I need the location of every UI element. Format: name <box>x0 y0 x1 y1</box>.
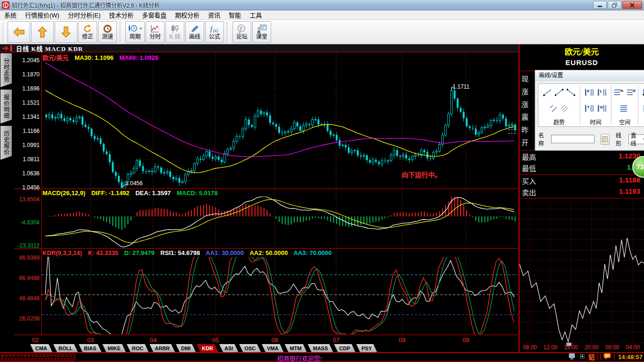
toolbar-arrow-up-button[interactable] <box>31 21 54 43</box>
trend-segment-icon[interactable] <box>554 88 564 97</box>
toolbar-drag-handle[interactable] <box>3 22 5 42</box>
alarm-icon[interactable] <box>578 353 586 362</box>
svg-text:66.9488: 66.9488 <box>19 275 40 281</box>
line-type-select[interactable]: 直线 <box>628 134 644 144</box>
gann-retracement-icon[interactable]: G <box>626 88 636 97</box>
svg-text:1.2045: 1.2045 <box>22 57 40 64</box>
indicator-tabs: CMABOLLBIASMIKEROCARBRDMIKDRASIOSCVMAMTM… <box>0 344 519 352</box>
toolbar-arrow-left-button[interactable] <box>8 21 30 43</box>
dialog-title[interactable]: 画线/设置 <box>535 70 644 81</box>
toolbar-arrow-down-button[interactable] <box>55 21 77 43</box>
svg-text:86.9369: 86.9369 <box>19 255 40 261</box>
legend-kdr-k: K: 43.3335 <box>88 249 118 256</box>
tab-cdp[interactable]: CDP <box>334 344 355 352</box>
close-button[interactable] <box>622 1 642 9</box>
chart-workspace: 日线 K线 MACD KDR 分时走势报价明细历史报价 1.20451.1870… <box>0 44 519 352</box>
tab-psy[interactable]: PSY <box>356 344 377 352</box>
tab-mass[interactable]: MASS <box>308 344 333 352</box>
toolbar-label: 论坛 <box>236 33 248 40</box>
tab-mtm[interactable]: MTM <box>285 344 307 352</box>
quote-value: 1.1193 <box>619 187 640 195</box>
legend-kdr-rsi: RSI1: 54.6798 <box>160 249 200 256</box>
toolbar-forum-button[interactable]: t论坛 <box>232 21 251 43</box>
time-cycle-icon[interactable]: T <box>584 104 594 113</box>
parallel-lines-icon[interactable] <box>549 104 558 113</box>
shape-name-input[interactable] <box>551 135 594 143</box>
percent-retracement-icon[interactable]: % <box>613 88 624 97</box>
dialog-tool-palette: 趋势 F L T G 时间 % G <box>538 83 644 127</box>
cmb-logo <box>1 354 74 361</box>
legend-macd-val: MACD: 5.0178 <box>177 189 218 197</box>
minimize-button[interactable] <box>593 1 607 9</box>
menu-item-5[interactable]: 多窗看盘 <box>138 10 171 20</box>
menu-item-9[interactable]: 工具 <box>245 10 266 20</box>
tab-asi[interactable]: ASI <box>219 344 238 352</box>
tab-dmi[interactable]: DMI <box>176 344 196 352</box>
high-annotation: 1.1711 <box>453 83 470 90</box>
tab-kdr[interactable]: KDR <box>197 344 218 352</box>
arrow-down-icon <box>60 26 72 38</box>
menu-item-3[interactable]: 分时分析(E) <box>64 10 105 20</box>
message-icon[interactable] <box>603 353 611 362</box>
trend-ray-icon[interactable] <box>543 88 552 97</box>
menu-item-8[interactable]: 智能 <box>224 10 245 20</box>
svg-text:12:00: 12:00 <box>544 344 558 351</box>
name-list-button[interactable] <box>601 134 610 145</box>
rectangle-tool-icon[interactable] <box>642 88 644 97</box>
svg-text:1.1166: 1.1166 <box>23 128 40 134</box>
tab-roc[interactable]: ROC <box>127 344 149 352</box>
tab-boll[interactable]: BOLL <box>53 344 78 352</box>
toolbar-period-button[interactable]: ▼周期 <box>125 21 145 43</box>
svg-text:08:00: 08:00 <box>523 344 537 351</box>
restore-button[interactable] <box>608 1 621 9</box>
monitor-icon[interactable] <box>568 353 576 362</box>
gann-time-icon[interactable]: G <box>597 104 607 113</box>
trend-downline-icon[interactable] <box>566 88 576 97</box>
menu-item-2[interactable]: 行情报价(W) <box>21 10 64 20</box>
svg-text:07: 07 <box>333 337 339 344</box>
note-icon[interactable]: 记 <box>588 354 594 361</box>
tab-mike[interactable]: MIKE <box>102 344 126 352</box>
toolbar-drawline-button[interactable]: 画线 <box>185 21 204 43</box>
chart-header: 日线 K线 MACD KDR <box>0 44 519 52</box>
main-chart[interactable]: 1.20451.18701.16961.15211.13411.11661.09… <box>0 52 519 344</box>
svg-text:G: G <box>633 89 636 93</box>
toolbar-intraday-button[interactable]: 分时 <box>146 21 165 43</box>
tab-bias[interactable]: BIAS <box>79 344 101 352</box>
gann-fan-icon[interactable] <box>560 104 569 113</box>
tab-vma[interactable]: VMA <box>262 344 283 352</box>
menu-item-7[interactable]: 资讯 <box>204 10 224 20</box>
menu-item-4[interactable]: 技术分析 <box>105 10 138 20</box>
svg-text:06: 06 <box>272 337 278 344</box>
intraday-chart[interactable]: 08:0012:0016:0020:0000:0004:00 <box>520 198 644 352</box>
toolbar-revise-button[interactable]: 修正 <box>78 21 97 43</box>
tab-osc[interactable]: OSC <box>239 344 261 352</box>
grid-tool-icon[interactable] <box>642 104 644 113</box>
notepad-icon <box>602 136 608 142</box>
menu-item-1[interactable]: 系统 <box>0 10 21 20</box>
toolbar-classroom-button[interactable]: 课堂 <box>252 21 271 43</box>
lucas-time-icon[interactable]: L <box>597 88 607 97</box>
pair-code: EURUSD <box>520 58 644 66</box>
toolbar-formula-button[interactable]: f(x)公式 <box>205 21 224 43</box>
menu-item-6[interactable]: 期权分析 <box>171 10 204 20</box>
forum-icon: t <box>237 24 247 33</box>
legend-kdr-aa2: AA2: 50.0000 <box>249 249 288 256</box>
clock: 14:48:57 <box>618 354 643 361</box>
fibonacci-time-icon[interactable]: F <box>584 88 594 97</box>
tab-cma[interactable]: CMA <box>30 344 52 352</box>
legend-ma30: MA30: 1.1096 <box>74 54 113 61</box>
svg-text:03: 03 <box>87 337 94 344</box>
svg-text:1.0636: 1.0636 <box>22 170 40 177</box>
toolbar-separator <box>120 22 123 42</box>
legend-kdr-aa1: AA1: 30.0000 <box>206 249 244 256</box>
quote-label: 买入 <box>522 176 536 186</box>
horizontal-lines-icon[interactable] <box>619 104 630 113</box>
toolbar-kline-button[interactable]: K 线 <box>165 21 184 43</box>
app-logo-icon <box>2 1 9 9</box>
svg-text:(x): (x) <box>213 28 218 33</box>
tab-arbr[interactable]: ARBR <box>149 344 175 352</box>
svg-text:L: L <box>600 89 603 93</box>
quote-row-1: 最高1.1230 <box>520 151 644 163</box>
toolbar-speed-button[interactable]: 测速 <box>98 21 117 43</box>
